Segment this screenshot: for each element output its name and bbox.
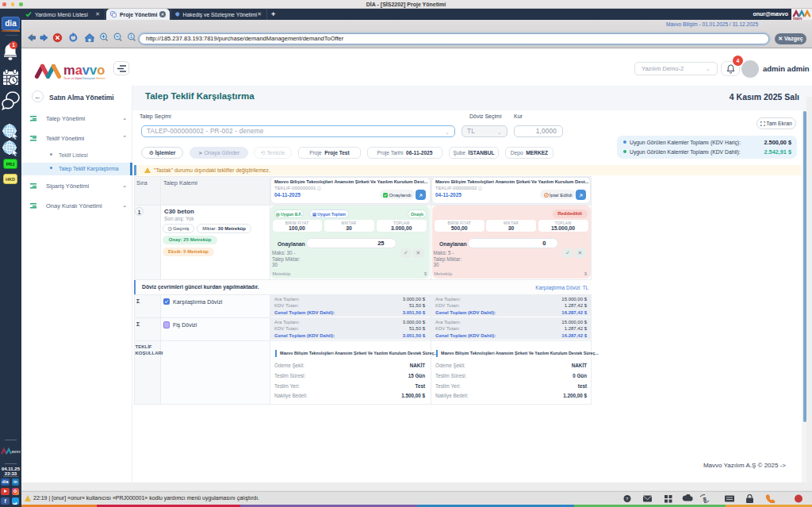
svg-text:$: $ [703, 496, 707, 503]
svg-text:mavvo: mavvo [63, 63, 105, 77]
svg-text:avvo: avvo [12, 449, 21, 454]
svg-text:Ticari ve Dijital Dönüşüm Hizm: Ticari ve Dijital Dönüşüm Hizmeti [63, 77, 105, 80]
svg-text:1: 1 [130, 34, 132, 39]
